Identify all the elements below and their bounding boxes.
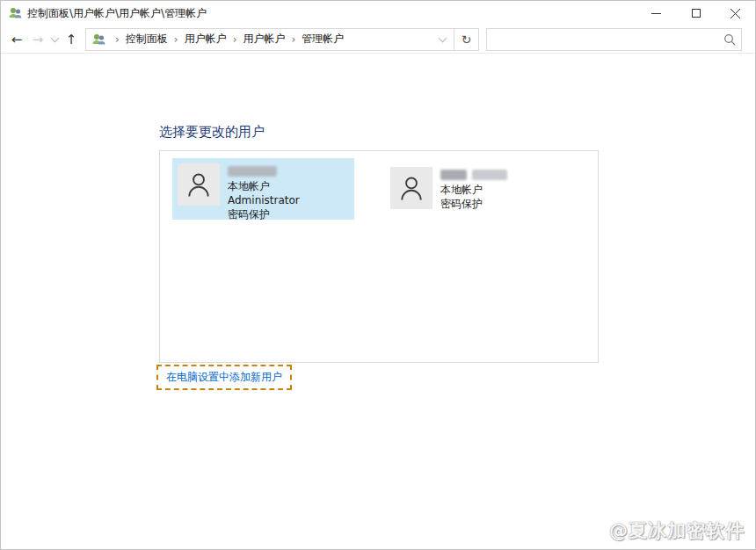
manage-accounts-window: 控制面板\用户帐户\用户帐户\管理帐户 ← → ↑ › xyxy=(0,0,756,550)
user-accounts-icon xyxy=(8,6,22,20)
breadcrumb-separator-icon: › xyxy=(285,33,302,46)
address-user-accounts-icon xyxy=(91,33,105,47)
breadcrumb-separator-icon: › xyxy=(109,33,126,46)
watermark: @夏冰加密软件 xyxy=(585,518,745,543)
breadcrumb-separator-icon: › xyxy=(168,33,185,46)
watermark-text: @夏冰加密软件 xyxy=(609,518,745,543)
breadcrumb-user-accounts-2[interactable]: 用户帐户 xyxy=(243,32,285,47)
back-button[interactable]: ← xyxy=(6,28,27,51)
user-tile-standard[interactable]: 本地帐户 密码保护 xyxy=(385,162,512,216)
up-button[interactable]: ↑ xyxy=(61,28,82,51)
window-title: 控制面板\用户帐户\用户帐户\管理帐户 xyxy=(27,6,207,21)
user-list-panel: 本地帐户 Administrator 密码保护 xyxy=(159,150,599,363)
password-protection-label: 密码保护 xyxy=(440,197,507,211)
forward-button[interactable]: → xyxy=(27,28,48,51)
close-button[interactable] xyxy=(716,1,755,25)
watermark-logo-icon xyxy=(585,520,607,541)
search-input[interactable] xyxy=(492,33,723,46)
avatar xyxy=(390,167,433,209)
breadcrumb-separator-icon: › xyxy=(227,33,244,46)
main-content: 选择要更改的用户 本地帐户 Administrator 密码保护 xyxy=(1,54,755,550)
breadcrumb-user-accounts-1[interactable]: 用户帐户 xyxy=(185,32,227,47)
search-box[interactable] xyxy=(486,28,742,51)
redacted-user-name xyxy=(228,166,300,177)
avatar xyxy=(178,163,220,206)
account-type-label: 本地帐户 xyxy=(440,183,507,197)
window-controls xyxy=(636,1,755,25)
recent-pages-chevron-icon[interactable] xyxy=(48,28,61,51)
address-bar[interactable]: › 控制面板 › 用户帐户 › 用户帐户 › 管理帐户 xyxy=(85,28,454,51)
add-user-in-pc-settings-link[interactable]: 在电脑设置中添加新用户 xyxy=(156,365,292,390)
person-icon xyxy=(182,168,215,201)
redacted-user-name xyxy=(440,170,507,180)
title-bar: 控制面板\用户帐户\用户帐户\管理帐户 xyxy=(1,1,755,25)
maximize-button[interactable] xyxy=(676,1,716,25)
page-title: 选择要更改的用户 xyxy=(159,124,265,141)
user-tile-administrator[interactable]: 本地帐户 Administrator 密码保护 xyxy=(172,158,354,220)
person-icon xyxy=(395,171,428,205)
breadcrumb-control-panel[interactable]: 控制面板 xyxy=(126,32,168,47)
navigation-bar: ← → ↑ › 控制面板 › 用户帐户 › 用户帐户 › 管理帐户 ↻ xyxy=(1,25,755,54)
minimize-button[interactable] xyxy=(636,1,676,25)
address-dropdown-chevron-icon[interactable] xyxy=(434,38,450,41)
account-type-label: 本地帐户 xyxy=(228,179,300,193)
search-icon[interactable] xyxy=(723,33,736,46)
refresh-button[interactable]: ↻ xyxy=(454,28,479,51)
breadcrumb-manage-accounts[interactable]: 管理帐户 xyxy=(302,32,344,47)
account-role-label: Administrator xyxy=(228,193,300,207)
password-protection-label: 密码保护 xyxy=(228,207,300,221)
